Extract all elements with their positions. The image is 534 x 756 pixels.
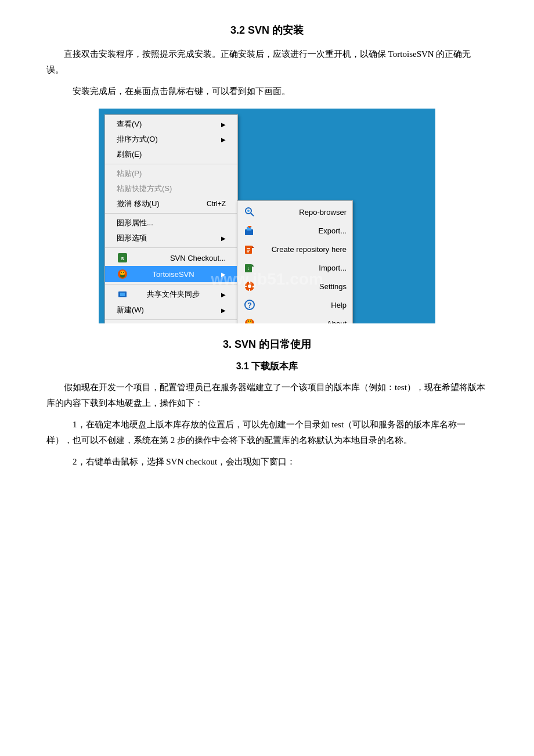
menu-divider-1 — [105, 164, 237, 164]
menu-item-svn-checkout[interactable]: S SVN Checkout... — [105, 250, 237, 266]
menu-item-tortoisesvn[interactable]: TortoiseSVN ▶ — [105, 266, 237, 282]
help-icon: ? — [243, 298, 256, 311]
menu-item-sort[interactable]: 排序方式(O) ▶ — [105, 132, 237, 147]
svg-rect-8 — [120, 293, 125, 296]
submenu-help[interactable]: ? Help — [237, 296, 352, 314]
menu-item-graphics-props[interactable]: 图形属性... — [105, 215, 237, 231]
menu-item-undo-move[interactable]: 撤消 移动(U) Ctrl+Z — [105, 196, 237, 211]
menu-divider-3 — [105, 247, 237, 248]
svg-rect-31 — [249, 282, 250, 283]
submenu-import[interactable]: ↓ Import... — [237, 258, 352, 277]
submenu-about[interactable]: About — [237, 314, 352, 323]
import-icon: ↓ — [243, 261, 256, 274]
svg-rect-32 — [249, 289, 250, 291]
about-icon — [243, 317, 256, 323]
menu-item-paste-shortcut[interactable]: 粘贴快捷方式(S) — [105, 181, 237, 196]
svg-text:↓: ↓ — [247, 265, 250, 271]
menu-item-view[interactable]: 查看(V) ▶ — [105, 117, 237, 132]
menu-item-graphics-options[interactable]: 图形选项 ▶ — [105, 231, 237, 246]
svn-submenu: Repo-browser Export... — [237, 200, 353, 323]
svg-point-40 — [248, 321, 249, 322]
svg-point-6 — [123, 272, 124, 273]
create-repository-icon — [243, 243, 256, 255]
section-3-1-para3: 2，右键单击鼠标，选择 SVN checkout，会出现如下窗口： — [46, 454, 488, 470]
svg-point-41 — [250, 321, 251, 322]
svg-point-17 — [247, 210, 250, 212]
menu-item-refresh[interactable]: 刷新(E) — [105, 147, 237, 162]
svg-rect-23 — [247, 248, 250, 249]
export-icon — [243, 224, 256, 237]
svg-point-5 — [121, 272, 122, 273]
svg-rect-33 — [245, 286, 247, 287]
svg-text:S: S — [121, 256, 124, 261]
svg-marker-22 — [252, 246, 254, 248]
tortoisesvn-icon — [117, 268, 128, 280]
menu-item-paste[interactable]: 粘贴(P) — [105, 166, 237, 181]
submenu-create-repository[interactable]: Create repository here — [237, 240, 352, 258]
submenu-export[interactable]: Export... — [237, 221, 352, 240]
svg-rect-34 — [252, 286, 254, 287]
menu-divider-4 — [105, 284, 237, 285]
section-3-1-para1: 假如现在开发一个项目，配置管理员已在服务器端建立了一个该项目的版本库（例如：te… — [46, 380, 488, 411]
main-context-menu: 查看(V) ▶ 排序方式(O) ▶ 刷新(E) 粘贴(P) 粘贴快捷方式(S) … — [104, 114, 238, 323]
section-3-2-title: 3.2 SVN 的安装 — [46, 23, 488, 37]
svg-rect-24 — [247, 250, 250, 251]
submenu-repo-browser[interactable]: Repo-browser — [237, 203, 352, 221]
menu-item-screen-resolution[interactable]: 屏幕分辨率(C) — [105, 322, 237, 323]
svg-point-30 — [248, 285, 251, 288]
section-3-2-para1: 直接双击安装程序，按照提示完成安装。正确安装后，应该进行一次重开机，以确保 To… — [46, 46, 488, 78]
context-menu-screenshot: 查看(V) ▶ 排序方式(O) ▶ 刷新(E) 粘贴(P) 粘贴快捷方式(S) … — [99, 109, 435, 323]
screenshot-container: 查看(V) ▶ 排序方式(O) ▶ 刷新(E) 粘贴(P) 粘贴快捷方式(S) … — [46, 109, 488, 323]
svg-marker-27 — [252, 264, 254, 267]
section-3-1-para2: 1，在确定本地硬盘上版本库存放的位置后，可以先创建一个目录如 test（可以和服… — [46, 417, 488, 448]
menu-item-share-sync[interactable]: 共享文件夹同步 ▶ — [105, 286, 237, 303]
section-3-title: 3. SVN 的日常使用 — [46, 337, 488, 351]
repo-browser-icon — [243, 206, 256, 218]
menu-divider-2 — [105, 213, 237, 214]
menu-item-new[interactable]: 新建(W) ▶ — [105, 303, 237, 318]
svg-line-16 — [251, 213, 254, 216]
share-sync-icon — [117, 289, 128, 300]
svg-text:?: ? — [247, 301, 252, 309]
menu-divider-5 — [105, 319, 237, 320]
submenu-settings[interactable]: Settings — [237, 277, 352, 296]
svn-checkout-icon: S — [117, 252, 128, 264]
svg-rect-25 — [247, 251, 249, 253]
section-3-2-para2: 安装完成后，在桌面点击鼠标右键，可以看到如下画面。 — [46, 84, 488, 99]
svg-point-4 — [120, 271, 125, 275]
settings-icon — [243, 280, 256, 293]
section-3-1-title: 3.1 下载版本库 — [46, 361, 488, 373]
